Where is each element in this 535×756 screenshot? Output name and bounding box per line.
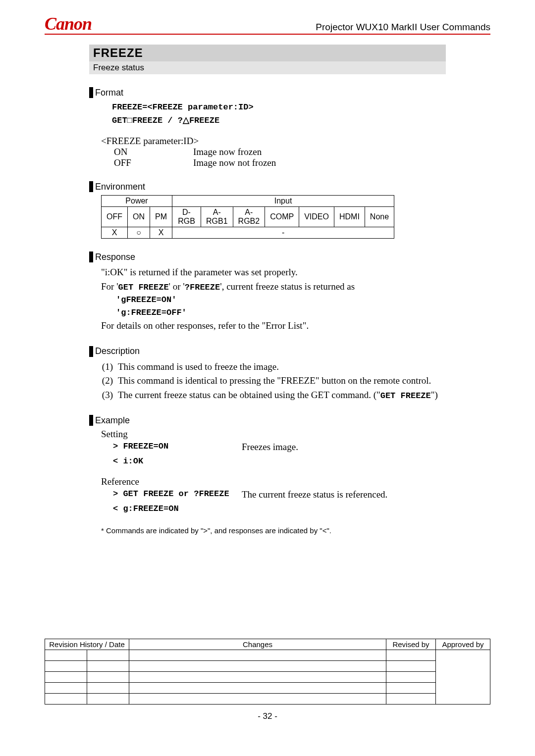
command-subtitle: Freeze status [89,61,446,74]
environment-table: Power Input OFF ON PM D-RGB A-RGB1 A-RGB… [101,195,394,239]
env-col: HDMI [334,207,365,227]
env-col: A-RGB2 [233,207,265,227]
param-row: ON Image now frozen [114,147,446,157]
example-note: * Commands are indicated by ">", and res… [101,526,446,535]
param-id: OFF [114,157,193,168]
response-code: 'gFREEZE=ON' [116,294,446,306]
heading-bar-icon [89,87,93,98]
brand-logo: Canon [45,15,92,33]
rev-h-approvedby: Approved by [436,639,490,650]
response-line: "i:OK" is returned if the parameter was … [101,265,446,280]
env-col: COMP [265,207,299,227]
env-col: None [365,207,394,227]
heading-text: Format [95,88,123,98]
format-line2: GET□FREEZE / ?△FREEZE [112,114,446,127]
document-title: Projector WUX10 MarkII User Commands [316,22,490,33]
param-desc: Image now not frozen [193,157,276,168]
env-cell: X [102,227,128,239]
heading-bar-icon [89,346,93,357]
desc-item: (2) This command is identical to pressin… [101,374,446,388]
page-number: - 32 - [45,711,490,721]
env-input-header: Input [172,196,394,207]
rev-h-revisedby: Revised by [386,639,436,650]
env-cell: ○ [128,227,150,239]
command-title: FREEZE [89,45,446,61]
section-heading-format: Format [89,87,446,98]
env-col: OFF [102,207,128,227]
param-heading: <FREEZE parameter:ID> [101,136,446,147]
example-response: < i:OK [113,454,242,468]
env-col: A-RGB1 [201,207,233,227]
example-response: < g:FREEZE=ON [113,502,242,515]
example-command: > GET FREEZE or ?FREEZE [113,487,242,502]
response-code: 'g:FREEZE=OFF' [116,306,446,319]
env-col: PM [150,207,172,227]
env-col: VIDEO [299,207,334,227]
env-power-header: Power [102,196,172,207]
page-header: Canon Projector WUX10 MarkII User Comman… [45,15,490,35]
heading-text: Description [95,346,140,356]
rev-h-changes: Changes [129,639,386,650]
heading-bar-icon [89,415,93,426]
param-id: ON [114,147,193,157]
example-desc: The current freeze status is referenced. [242,487,387,502]
section-heading-description: Description [89,346,446,357]
section-heading-response: Response [89,252,446,262]
section-heading-example: Example [89,415,446,426]
heading-bar-icon [89,181,93,192]
example-setting-label: Setting [101,429,446,440]
rev-h-history: Revision History / Date [45,639,129,650]
format-line1: FREEZE=<FREEZE parameter:ID> [112,101,446,114]
desc-item: (3) The current freeze status can be obt… [101,388,446,403]
param-desc: Image now frozen [193,147,262,157]
heading-text: Response [95,252,135,262]
desc-item: (1) This command is used to freeze the i… [101,360,446,374]
example-command: > FREEZE=ON [113,440,242,454]
example-desc: Freezes image. [242,440,298,454]
env-cell-merged: - [172,227,394,239]
param-row: OFF Image now not frozen [114,157,446,168]
env-col: ON [128,207,150,227]
example-reference-label: Reference [101,476,446,487]
env-cell: X [150,227,172,239]
heading-text: Example [95,415,130,426]
response-line: For 'GET FREEZE' or '?FREEZE', current f… [101,280,446,294]
heading-text: Environment [95,182,145,192]
revision-table: Revision History / Date Changes Revised … [45,639,490,705]
response-line: For details on other responses, refer to… [101,319,446,333]
env-col: D-RGB [172,207,201,227]
section-heading-environment: Environment [89,181,446,192]
heading-bar-icon [89,252,93,262]
